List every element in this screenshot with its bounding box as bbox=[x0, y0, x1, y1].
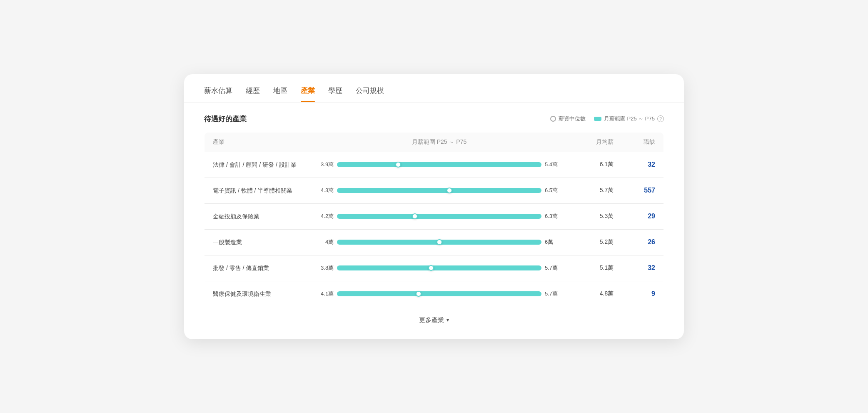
bar-dot bbox=[412, 213, 418, 219]
industry-name-cell: 電子資訊 / 軟體 / 半導體相關業 bbox=[205, 178, 309, 203]
chevron-down-icon: ▾ bbox=[446, 317, 449, 323]
tab-nav: 薪水估算經歷地區產業學歷公司規模 bbox=[184, 74, 684, 103]
col-industry: 產業 bbox=[205, 132, 309, 152]
bar-max-label: 5.4萬 bbox=[545, 161, 561, 168]
bar-max-label: 6.3萬 bbox=[545, 213, 561, 220]
avg-salary-cell: 5.1萬 bbox=[570, 255, 622, 281]
content-area: 待遇好的產業 薪資中位數 月薪範圍 P25 ～ P75 ? bbox=[184, 103, 684, 339]
avg-salary-cell: 4.8萬 bbox=[570, 281, 622, 307]
more-industries-button[interactable]: 更多產業 ▾ bbox=[419, 316, 449, 324]
tab-公司規模[interactable]: 公司規模 bbox=[356, 86, 384, 102]
more-button-label: 更多產業 bbox=[419, 316, 444, 324]
bar-max-label: 6.5萬 bbox=[545, 187, 561, 194]
avg-salary-cell: 5.7萬 bbox=[570, 178, 622, 203]
bar-track bbox=[337, 188, 541, 193]
industry-name-cell: 醫療保健及環境衛生業 bbox=[205, 281, 309, 307]
table-row: 法律 / 會計 / 顧問 / 研發 / 設計業3.9萬5.4萬6.1萬32 bbox=[205, 152, 664, 178]
industry-name-cell: 法律 / 會計 / 顧問 / 研發 / 設計業 bbox=[205, 152, 309, 178]
industry-name-cell: 一般製造業 bbox=[205, 229, 309, 255]
avg-salary-cell: 5.2萬 bbox=[570, 229, 622, 255]
chart-cell: 3.9萬5.4萬 bbox=[309, 152, 570, 178]
industry-name-cell: 批發 / 零售 / 傳直銷業 bbox=[205, 255, 309, 281]
job-count-cell: 9 bbox=[622, 281, 663, 307]
bar-container: 4萬6萬 bbox=[317, 238, 561, 246]
legend-median-icon bbox=[550, 116, 556, 122]
section-header: 待遇好的產業 薪資中位數 月薪範圍 P25 ～ P75 ? bbox=[204, 114, 664, 124]
bar-track bbox=[337, 291, 541, 296]
tab-產業[interactable]: 產業 bbox=[301, 86, 315, 102]
bar-track bbox=[337, 240, 541, 245]
legend-range-label: 月薪範圍 P25 ～ P75 bbox=[604, 115, 655, 123]
bar-max-label: 5.7萬 bbox=[545, 264, 561, 272]
bar-min-label: 3.8萬 bbox=[317, 264, 334, 272]
chart-cell: 4.1萬5.7萬 bbox=[309, 281, 570, 307]
bar-container: 4.3萬6.5萬 bbox=[317, 187, 561, 194]
col-avg: 月均薪 bbox=[570, 132, 622, 152]
bar-min-label: 4.3萬 bbox=[317, 187, 334, 194]
section-title: 待遇好的產業 bbox=[204, 114, 247, 124]
chart-cell: 4.2萬6.3萬 bbox=[309, 203, 570, 229]
table-row: 醫療保健及環境衛生業4.1萬5.7萬4.8萬9 bbox=[205, 281, 664, 307]
chart-cell: 4萬6萬 bbox=[309, 229, 570, 255]
job-count-cell: 32 bbox=[622, 255, 663, 281]
industry-table: 產業 月薪範圍 P25 ～ P75 月均薪 職缺 法律 / 會計 / 顧問 / … bbox=[204, 132, 664, 307]
bar-container: 3.9萬5.4萬 bbox=[317, 161, 561, 168]
col-jobs: 職缺 bbox=[622, 132, 663, 152]
page-wrapper: 薪水估算經歷地區產業學歷公司規模 待遇好的產業 薪資中位數 月薪範圍 P25 ～… bbox=[184, 74, 684, 339]
job-count-cell: 26 bbox=[622, 229, 663, 255]
bar-dot bbox=[436, 239, 442, 245]
bar-dot bbox=[446, 188, 452, 193]
tab-學歷[interactable]: 學歷 bbox=[328, 86, 342, 102]
bar-min-label: 4.1萬 bbox=[317, 290, 334, 298]
legend-help-icon[interactable]: ? bbox=[657, 115, 664, 122]
legend: 薪資中位數 月薪範圍 P25 ～ P75 ? bbox=[550, 115, 664, 123]
table-row: 批發 / 零售 / 傳直銷業3.8萬5.7萬5.1萬32 bbox=[205, 255, 664, 281]
bar-container: 4.2萬6.3萬 bbox=[317, 213, 561, 220]
tab-經歷[interactable]: 經歷 bbox=[246, 86, 260, 102]
bar-container: 4.1萬5.7萬 bbox=[317, 290, 561, 298]
job-count-cell: 557 bbox=[622, 178, 663, 203]
bar-max-label: 5.7萬 bbox=[545, 290, 561, 298]
table-row: 金融投顧及保險業4.2萬6.3萬5.3萬29 bbox=[205, 203, 664, 229]
industry-name-cell: 金融投顧及保險業 bbox=[205, 203, 309, 229]
legend-median: 薪資中位數 bbox=[550, 115, 586, 123]
main-card: 薪水估算經歷地區產業學歷公司規模 待遇好的產業 薪資中位數 月薪範圍 P25 ～… bbox=[184, 74, 684, 339]
job-count-cell: 29 bbox=[622, 203, 663, 229]
more-row: 更多產業 ▾ bbox=[204, 307, 664, 324]
avg-salary-cell: 5.3萬 bbox=[570, 203, 622, 229]
bar-track bbox=[337, 162, 541, 167]
table-row: 一般製造業4萬6萬5.2萬26 bbox=[205, 229, 664, 255]
col-range: 月薪範圍 P25 ～ P75 bbox=[309, 132, 570, 152]
bar-min-label: 3.9萬 bbox=[317, 161, 334, 168]
legend-median-label: 薪資中位數 bbox=[559, 115, 586, 123]
bar-dot bbox=[416, 291, 422, 297]
bar-max-label: 6萬 bbox=[545, 238, 561, 246]
table-row: 電子資訊 / 軟體 / 半導體相關業4.3萬6.5萬5.7萬557 bbox=[205, 178, 664, 203]
avg-salary-cell: 6.1萬 bbox=[570, 152, 622, 178]
bar-dot bbox=[428, 265, 434, 271]
legend-range-icon bbox=[594, 117, 601, 121]
bar-track bbox=[337, 265, 541, 270]
chart-cell: 4.3萬6.5萬 bbox=[309, 178, 570, 203]
tab-地區[interactable]: 地區 bbox=[273, 86, 287, 102]
chart-cell: 3.8萬5.7萬 bbox=[309, 255, 570, 281]
bar-track bbox=[337, 214, 541, 219]
bar-container: 3.8萬5.7萬 bbox=[317, 264, 561, 272]
bar-min-label: 4.2萬 bbox=[317, 213, 334, 220]
job-count-cell: 32 bbox=[622, 152, 663, 178]
legend-range: 月薪範圍 P25 ～ P75 ? bbox=[594, 115, 664, 123]
bar-dot bbox=[395, 162, 401, 168]
tab-薪水估算[interactable]: 薪水估算 bbox=[204, 86, 232, 102]
bar-min-label: 4萬 bbox=[317, 238, 334, 246]
